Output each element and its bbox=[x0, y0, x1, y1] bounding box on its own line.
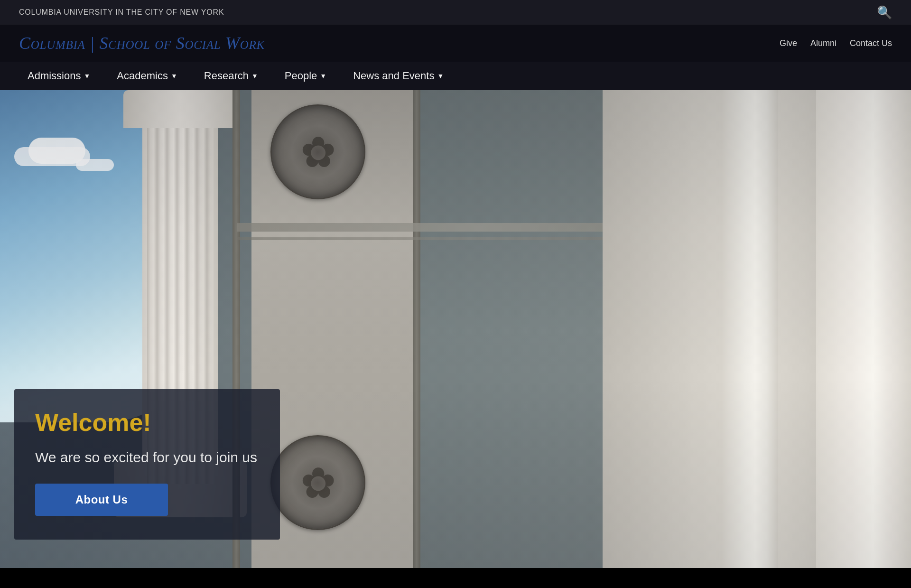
alumni-link[interactable]: Alumni bbox=[810, 38, 837, 48]
news-events-label: News and Events bbox=[353, 70, 434, 82]
logo-divider: | bbox=[85, 34, 99, 53]
hero-section: Welcome! We are so excited for you to jo… bbox=[0, 90, 911, 568]
research-chevron-icon: ▼ bbox=[251, 72, 258, 80]
header-links: Give Alumni Contact Us bbox=[780, 38, 892, 48]
welcome-box: Welcome! We are so excited for you to jo… bbox=[14, 389, 280, 540]
site-header: Columbia | School of Social Work Give Al… bbox=[0, 25, 911, 62]
people-chevron-icon: ▼ bbox=[320, 72, 326, 80]
academics-nav[interactable]: Academics ▼ bbox=[103, 62, 190, 90]
logo-part2: School of Social Work bbox=[100, 34, 265, 53]
welcome-text: We are so excited for you to join us bbox=[35, 448, 259, 467]
give-link[interactable]: Give bbox=[780, 38, 797, 48]
site-logo[interactable]: Columbia | School of Social Work bbox=[19, 33, 265, 53]
admissions-label: Admissions bbox=[28, 70, 81, 82]
about-us-button[interactable]: About Us bbox=[35, 484, 168, 516]
research-label: Research bbox=[204, 70, 249, 82]
admissions-nav[interactable]: Admissions ▼ bbox=[14, 62, 103, 90]
news-events-chevron-icon: ▼ bbox=[437, 72, 444, 80]
welcome-title: Welcome! bbox=[35, 408, 259, 437]
top-bar: COLUMBIA UNIVERSITY IN THE CITY OF NEW Y… bbox=[0, 0, 911, 25]
news-events-nav[interactable]: News and Events ▼ bbox=[340, 62, 457, 90]
contact-us-link[interactable]: Contact Us bbox=[850, 38, 892, 48]
academics-label: Academics bbox=[117, 70, 168, 82]
academics-chevron-icon: ▼ bbox=[171, 72, 177, 80]
research-nav[interactable]: Research ▼ bbox=[191, 62, 271, 90]
search-icon[interactable]: 🔍 bbox=[877, 5, 892, 20]
main-nav: Admissions ▼ Academics ▼ Research ▼ Peop… bbox=[0, 62, 911, 90]
logo-part1: Columbia bbox=[19, 34, 85, 53]
people-nav[interactable]: People ▼ bbox=[271, 62, 340, 90]
people-label: People bbox=[285, 70, 317, 82]
admissions-chevron-icon: ▼ bbox=[84, 72, 90, 80]
university-name: COLUMBIA UNIVERSITY IN THE CITY OF NEW Y… bbox=[19, 8, 224, 17]
